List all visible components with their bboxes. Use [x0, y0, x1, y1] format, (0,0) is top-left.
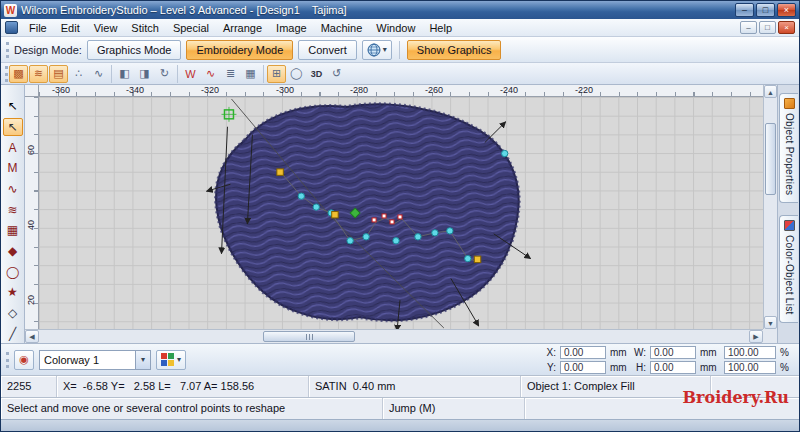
- thread-colors-icon[interactable]: ◉: [14, 350, 34, 370]
- scroll-up-arrow[interactable]: ▲: [764, 85, 777, 98]
- current-stitch-info: SATIN 0.40 mm: [309, 376, 521, 397]
- view-toolbar: ▩ ≋ ▤ ∴ ∿ ◧ ◨ ↻ W ∿ ≣ ▦ ⊞ ◯ 3D ↺: [1, 63, 799, 85]
- app-window: W Wilcom EmbroideryStudio – Level 3 Adva…: [0, 0, 800, 432]
- scale-y-input[interactable]: [724, 361, 776, 374]
- scroll-left-arrow[interactable]: ◀: [25, 330, 39, 343]
- star-tool-icon[interactable]: ★: [3, 283, 23, 302]
- colorway-value: Colorway 1: [40, 354, 135, 366]
- ruler-label: -220: [575, 85, 593, 95]
- graphics-mode-button[interactable]: Graphics Mode: [87, 40, 182, 60]
- menu-view[interactable]: View: [87, 21, 125, 35]
- vertical-scrollbar[interactable]: ▲ ▼: [763, 85, 777, 329]
- applique-tool-icon[interactable]: ◆: [3, 242, 23, 261]
- w-unit: mm: [700, 347, 720, 358]
- horizontal-scrollbar[interactable]: ◀ ▶: [25, 329, 763, 343]
- monogram-tool-icon[interactable]: M: [3, 159, 23, 178]
- hoop-globe-button[interactable]: ▾: [362, 40, 392, 60]
- ruler-label: -260: [425, 85, 443, 95]
- app-logo-icon: W: [4, 4, 17, 17]
- run-stitch-icon[interactable]: ∿: [201, 65, 220, 83]
- mdi-minimize-button[interactable]: –: [740, 21, 757, 34]
- x-input[interactable]: [560, 346, 606, 359]
- toolbar-grip[interactable]: [6, 352, 9, 368]
- scrollbar-corner: [763, 329, 777, 343]
- chevron-down-icon[interactable]: ▾: [135, 351, 150, 369]
- grid-toggle-icon[interactable]: ⊞: [267, 65, 286, 83]
- document-icon[interactable]: [5, 21, 18, 34]
- tab-color-object-list[interactable]: Color-Object List: [779, 215, 798, 323]
- colorway-bar: ◉ Colorway 1 ▾ ▾ X: mm W: mm % Y: mm H:: [1, 343, 799, 375]
- vertical-scroll-thumb[interactable]: [765, 123, 776, 195]
- menu-stitch[interactable]: Stitch: [124, 21, 166, 35]
- h-input[interactable]: [650, 361, 696, 374]
- show-outlines-icon[interactable]: ▤: [49, 65, 68, 83]
- ruler-label: -340: [126, 85, 144, 95]
- horizontal-scroll-thumb[interactable]: [263, 331, 355, 342]
- reshape-tool-icon[interactable]: ↖: [3, 118, 23, 137]
- window-frame-bottom: [1, 419, 799, 431]
- overview-window-icon[interactable]: ▦: [241, 65, 260, 83]
- close-button[interactable]: ×: [777, 3, 796, 17]
- rotate-icon[interactable]: ↻: [155, 65, 174, 83]
- node-tool-icon[interactable]: ◇: [3, 304, 23, 323]
- toolbar-grip[interactable]: [5, 66, 8, 82]
- tab-label: Object Properties: [784, 113, 795, 195]
- toolbar-grip[interactable]: [6, 42, 9, 58]
- y-input[interactable]: [560, 361, 606, 374]
- scale-x-input[interactable]: [724, 346, 776, 359]
- scroll-right-arrow[interactable]: ▶: [749, 330, 763, 343]
- menu-image[interactable]: Image: [269, 21, 314, 35]
- menu-machine[interactable]: Machine: [314, 21, 370, 35]
- w-input[interactable]: [650, 346, 696, 359]
- scroll-down-arrow[interactable]: ▼: [764, 316, 777, 329]
- mirror-horizontal-icon[interactable]: ◧: [115, 65, 134, 83]
- color-palette-button[interactable]: ▾: [156, 350, 186, 370]
- separator: [111, 65, 112, 83]
- ellipse-tool-icon[interactable]: ◯: [3, 262, 23, 281]
- status-bar-values: 2255 X= -6.58 Y= 2.58 L= 7.07 A= 158.56 …: [1, 375, 799, 397]
- ruler-label: -300: [276, 85, 294, 95]
- select-tool-icon[interactable]: ↖: [3, 97, 23, 116]
- menu-file[interactable]: File: [22, 21, 54, 35]
- 3d-view-icon[interactable]: 3D: [307, 65, 326, 83]
- lettering-icon[interactable]: W: [181, 65, 200, 83]
- truview-icon[interactable]: ▩: [9, 65, 28, 83]
- mirror-vertical-icon[interactable]: ◨: [135, 65, 154, 83]
- embroidery-mode-button[interactable]: Embroidery Mode: [186, 40, 293, 60]
- satin-tool-icon[interactable]: ≋: [3, 200, 23, 219]
- tab-object-properties[interactable]: Object Properties: [779, 93, 798, 203]
- show-graphics-button[interactable]: Show Graphics: [407, 40, 502, 60]
- minimize-button[interactable]: –: [735, 3, 754, 17]
- title-bar: W Wilcom EmbroideryStudio – Level 3 Adva…: [1, 1, 799, 19]
- menu-special[interactable]: Special: [166, 21, 216, 35]
- design-canvas[interactable]: [39, 97, 763, 329]
- menu-window[interactable]: Window: [369, 21, 422, 35]
- menu-edit[interactable]: Edit: [54, 21, 87, 35]
- stitch-list-icon[interactable]: ≣: [221, 65, 240, 83]
- show-needle-points-icon[interactable]: ∴: [69, 65, 88, 83]
- y-unit: mm: [610, 362, 630, 373]
- mdi-close-button[interactable]: ×: [778, 21, 795, 34]
- vertical-ruler: 60 40 20: [25, 97, 39, 329]
- embroidery-object[interactable]: [216, 104, 519, 320]
- mdi-restore-button[interactable]: □: [759, 21, 776, 34]
- lettering-tool-icon[interactable]: A: [3, 138, 23, 157]
- measure-tool-icon[interactable]: ╱: [3, 324, 23, 343]
- menu-help[interactable]: Help: [422, 21, 459, 35]
- separator: [399, 41, 400, 59]
- window-title: Wilcom EmbroideryStudio – Level 3 Advanc…: [21, 4, 731, 16]
- redraw-icon[interactable]: ↺: [327, 65, 346, 83]
- colorway-dropdown[interactable]: Colorway 1 ▾: [39, 350, 151, 370]
- hoop-toggle-icon[interactable]: ◯: [287, 65, 306, 83]
- menu-arrange[interactable]: Arrange: [216, 21, 269, 35]
- maximize-button[interactable]: □: [756, 3, 775, 17]
- object-properties-icon: [784, 98, 795, 109]
- run-tool-icon[interactable]: ∿: [3, 180, 23, 199]
- fill-tool-icon[interactable]: ▦: [3, 221, 23, 240]
- toolbox: ↖ ↖ A M ∿ ≋ ▦ ◆ ◯ ★ ◇ ╱: [1, 85, 25, 343]
- convert-button[interactable]: Convert: [298, 40, 357, 60]
- machine-function: Jump (M): [383, 398, 525, 419]
- ruler-label: 40: [26, 215, 36, 235]
- show-connectors-icon[interactable]: ∿: [89, 65, 108, 83]
- show-stitches-icon[interactable]: ≋: [29, 65, 48, 83]
